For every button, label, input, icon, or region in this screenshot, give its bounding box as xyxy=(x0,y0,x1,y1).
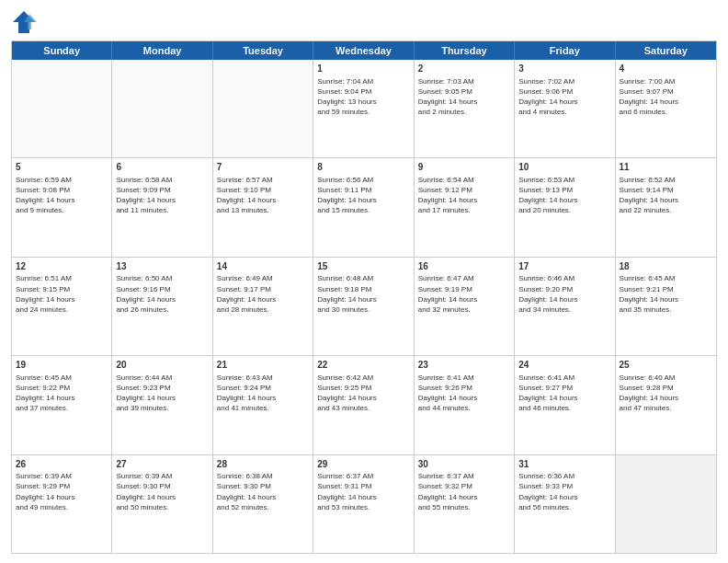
calendar-cell: 21Sunrise: 6:43 AM Sunset: 9:24 PM Dayli… xyxy=(213,356,313,454)
calendar-cell: 27Sunrise: 6:39 AM Sunset: 9:30 PM Dayli… xyxy=(112,455,212,553)
calendar-cell: 26Sunrise: 6:39 AM Sunset: 9:29 PM Dayli… xyxy=(12,455,112,553)
day-info: Sunrise: 6:59 AM Sunset: 9:08 PM Dayligh… xyxy=(16,175,108,216)
calendar-cell: 23Sunrise: 6:41 AM Sunset: 9:26 PM Dayli… xyxy=(415,356,515,454)
day-number: 14 xyxy=(217,260,309,273)
day-number: 15 xyxy=(317,260,409,273)
day-number: 20 xyxy=(116,359,208,372)
day-number: 29 xyxy=(317,458,409,471)
calendar-cell xyxy=(213,60,313,157)
day-number: 27 xyxy=(116,458,208,471)
day-number: 8 xyxy=(317,161,409,174)
day-number: 3 xyxy=(518,63,610,75)
day-number: 12 xyxy=(16,260,108,273)
calendar-cell: 4Sunrise: 7:00 AM Sunset: 9:07 PM Daylig… xyxy=(616,60,716,157)
calendar-cell: 28Sunrise: 6:38 AM Sunset: 9:30 PM Dayli… xyxy=(213,455,313,553)
calendar-cell: 19Sunrise: 6:45 AM Sunset: 9:22 PM Dayli… xyxy=(12,356,112,454)
weekday-header: Thursday xyxy=(415,41,515,60)
weekday-header: Friday xyxy=(515,41,615,60)
day-info: Sunrise: 6:47 AM Sunset: 9:19 PM Dayligh… xyxy=(418,273,510,315)
calendar-cell xyxy=(12,60,112,157)
day-number: 10 xyxy=(518,161,610,174)
calendar-cell: 25Sunrise: 6:40 AM Sunset: 9:28 PM Dayli… xyxy=(616,356,716,454)
calendar-cell: 3Sunrise: 7:02 AM Sunset: 9:06 PM Daylig… xyxy=(515,60,615,157)
calendar-cell: 5Sunrise: 6:59 AM Sunset: 9:08 PM Daylig… xyxy=(12,158,112,256)
day-info: Sunrise: 6:51 AM Sunset: 9:15 PM Dayligh… xyxy=(16,273,108,315)
day-number: 4 xyxy=(620,63,712,75)
calendar-cell: 1Sunrise: 7:04 AM Sunset: 9:04 PM Daylig… xyxy=(313,60,414,157)
calendar-row: 26Sunrise: 6:39 AM Sunset: 9:29 PM Dayli… xyxy=(12,454,716,553)
calendar: SundayMondayTuesdayWednesdayThursdayFrid… xyxy=(11,40,717,554)
calendar-cell: 30Sunrise: 6:37 AM Sunset: 9:32 PM Dayli… xyxy=(415,455,515,553)
calendar-row: 12Sunrise: 6:51 AM Sunset: 9:15 PM Dayli… xyxy=(12,257,716,355)
calendar-cell: 9Sunrise: 6:54 AM Sunset: 9:12 PM Daylig… xyxy=(415,158,515,256)
calendar-cell: 15Sunrise: 6:48 AM Sunset: 9:18 PM Dayli… xyxy=(313,258,414,355)
calendar-cell: 14Sunrise: 6:49 AM Sunset: 9:17 PM Dayli… xyxy=(213,258,313,355)
weekday-header: Wednesday xyxy=(313,41,414,60)
day-number: 22 xyxy=(317,359,409,372)
calendar-body: 1Sunrise: 7:04 AM Sunset: 9:04 PM Daylig… xyxy=(12,60,716,553)
day-number: 6 xyxy=(116,161,208,174)
calendar-cell: 6Sunrise: 6:58 AM Sunset: 9:09 PM Daylig… xyxy=(112,158,212,256)
day-info: Sunrise: 6:37 AM Sunset: 9:31 PM Dayligh… xyxy=(317,471,409,512)
day-number: 11 xyxy=(620,161,712,174)
day-info: Sunrise: 6:43 AM Sunset: 9:24 PM Dayligh… xyxy=(217,373,309,414)
calendar-cell: 22Sunrise: 6:42 AM Sunset: 9:25 PM Dayli… xyxy=(313,356,414,454)
day-info: Sunrise: 7:04 AM Sunset: 9:04 PM Dayligh… xyxy=(317,76,409,118)
day-number: 30 xyxy=(418,458,510,471)
day-number: 13 xyxy=(116,260,208,273)
day-info: Sunrise: 6:45 AM Sunset: 9:21 PM Dayligh… xyxy=(620,273,712,315)
calendar-header: SundayMondayTuesdayWednesdayThursdayFrid… xyxy=(12,41,716,60)
calendar-cell: 13Sunrise: 6:50 AM Sunset: 9:16 PM Dayli… xyxy=(112,258,212,355)
calendar-cell: 20Sunrise: 6:44 AM Sunset: 9:23 PM Dayli… xyxy=(112,356,212,454)
page: SundayMondayTuesdayWednesdayThursdayFrid… xyxy=(0,0,728,563)
logo xyxy=(11,9,40,35)
day-number: 26 xyxy=(16,458,108,471)
day-info: Sunrise: 6:57 AM Sunset: 9:10 PM Dayligh… xyxy=(217,175,309,216)
day-number: 9 xyxy=(418,161,510,174)
day-number: 18 xyxy=(620,260,712,273)
day-number: 25 xyxy=(620,359,712,372)
day-info: Sunrise: 7:00 AM Sunset: 9:07 PM Dayligh… xyxy=(620,76,712,118)
calendar-cell: 24Sunrise: 6:41 AM Sunset: 9:27 PM Dayli… xyxy=(515,356,615,454)
day-info: Sunrise: 6:46 AM Sunset: 9:20 PM Dayligh… xyxy=(518,273,610,315)
day-info: Sunrise: 6:50 AM Sunset: 9:16 PM Dayligh… xyxy=(116,273,208,315)
calendar-cell: 2Sunrise: 7:03 AM Sunset: 9:05 PM Daylig… xyxy=(415,60,515,157)
day-number: 19 xyxy=(16,359,108,372)
calendar-cell xyxy=(112,60,212,157)
calendar-cell: 12Sunrise: 6:51 AM Sunset: 9:15 PM Dayli… xyxy=(12,258,112,355)
day-info: Sunrise: 6:42 AM Sunset: 9:25 PM Dayligh… xyxy=(317,373,409,414)
day-number: 1 xyxy=(317,63,409,75)
calendar-row: 5Sunrise: 6:59 AM Sunset: 9:08 PM Daylig… xyxy=(12,157,716,256)
day-number: 24 xyxy=(518,359,610,372)
day-info: Sunrise: 7:03 AM Sunset: 9:05 PM Dayligh… xyxy=(418,76,510,118)
day-info: Sunrise: 6:41 AM Sunset: 9:27 PM Dayligh… xyxy=(518,373,610,414)
day-info: Sunrise: 6:53 AM Sunset: 9:13 PM Dayligh… xyxy=(518,175,610,216)
calendar-cell: 11Sunrise: 6:52 AM Sunset: 9:14 PM Dayli… xyxy=(616,158,716,256)
day-info: Sunrise: 6:52 AM Sunset: 9:14 PM Dayligh… xyxy=(620,175,712,216)
day-info: Sunrise: 6:56 AM Sunset: 9:11 PM Dayligh… xyxy=(317,175,409,216)
day-info: Sunrise: 6:58 AM Sunset: 9:09 PM Dayligh… xyxy=(116,175,208,216)
day-info: Sunrise: 6:54 AM Sunset: 9:12 PM Dayligh… xyxy=(418,175,510,216)
day-number: 5 xyxy=(16,161,108,174)
calendar-cell: 8Sunrise: 6:56 AM Sunset: 9:11 PM Daylig… xyxy=(313,158,414,256)
day-number: 23 xyxy=(418,359,510,372)
calendar-cell: 17Sunrise: 6:46 AM Sunset: 9:20 PM Dayli… xyxy=(515,258,615,355)
day-info: Sunrise: 6:49 AM Sunset: 9:17 PM Dayligh… xyxy=(217,273,309,315)
day-info: Sunrise: 6:39 AM Sunset: 9:30 PM Dayligh… xyxy=(116,471,208,512)
day-info: Sunrise: 6:48 AM Sunset: 9:18 PM Dayligh… xyxy=(317,273,409,315)
weekday-header: Monday xyxy=(112,41,212,60)
day-info: Sunrise: 6:40 AM Sunset: 9:28 PM Dayligh… xyxy=(620,373,712,414)
day-number: 21 xyxy=(217,359,309,372)
day-number: 31 xyxy=(518,458,610,471)
calendar-row: 19Sunrise: 6:45 AM Sunset: 9:22 PM Dayli… xyxy=(12,355,716,454)
calendar-cell: 16Sunrise: 6:47 AM Sunset: 9:19 PM Dayli… xyxy=(415,258,515,355)
day-number: 7 xyxy=(217,161,309,174)
calendar-cell: 10Sunrise: 6:53 AM Sunset: 9:13 PM Dayli… xyxy=(515,158,615,256)
day-info: Sunrise: 7:02 AM Sunset: 9:06 PM Dayligh… xyxy=(518,76,610,118)
weekday-header: Tuesday xyxy=(213,41,313,60)
calendar-cell: 31Sunrise: 6:36 AM Sunset: 9:33 PM Dayli… xyxy=(515,455,615,553)
day-info: Sunrise: 6:39 AM Sunset: 9:29 PM Dayligh… xyxy=(16,471,108,512)
day-info: Sunrise: 6:41 AM Sunset: 9:26 PM Dayligh… xyxy=(418,373,510,414)
weekday-header: Saturday xyxy=(616,41,716,60)
calendar-cell xyxy=(616,455,716,553)
